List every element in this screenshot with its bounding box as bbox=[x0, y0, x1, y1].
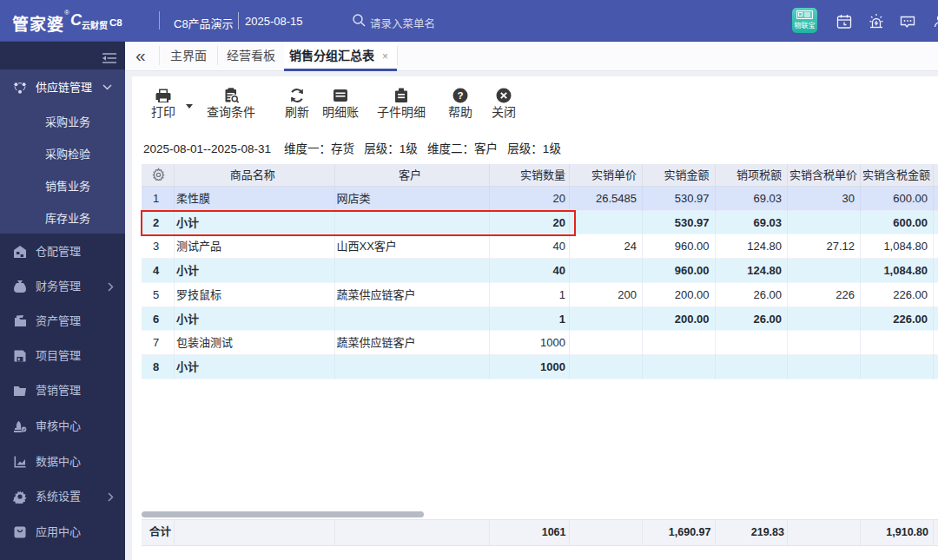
svg-text:?: ? bbox=[457, 90, 463, 101]
